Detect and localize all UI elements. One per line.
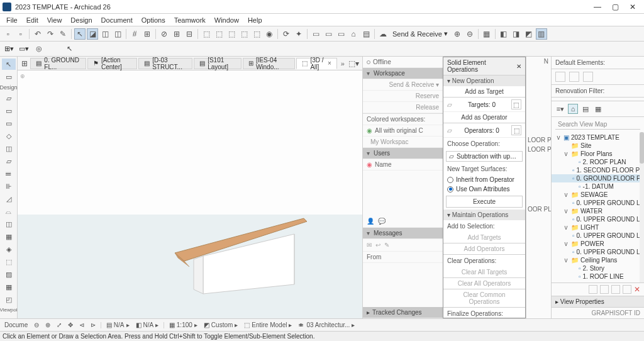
zoom-in-icon[interactable]: ⊕ xyxy=(43,321,52,328)
open-icon[interactable]: ▫ xyxy=(15,28,26,40)
all-original-colors[interactable]: ◉All with original C xyxy=(363,125,443,137)
roof-tool[interactable]: ◿ xyxy=(2,193,16,204)
door-tool[interactable]: ▭ xyxy=(2,105,16,116)
tree-item[interactable]: ▫1. SECOND FLOOR PL xyxy=(552,166,644,174)
menu-edit[interactable]: Edit xyxy=(23,15,42,25)
menu-design[interactable]: Design xyxy=(67,15,96,25)
tab-grid-icon[interactable]: ⊞ xyxy=(20,58,29,69)
ruler-icon[interactable]: ⊞ xyxy=(142,28,153,40)
chat-icon[interactable]: 💬 xyxy=(378,218,386,225)
maximize-button[interactable]: ▢ xyxy=(606,1,624,13)
clear-common-button[interactable]: Clear Common Operations xyxy=(443,289,525,308)
operators-badge-icon[interactable]: ⬚ xyxy=(511,125,521,135)
operation-dropdown[interactable]: ▱ Subtraction with upward ex... xyxy=(446,151,523,162)
home-icon[interactable]: ⌂ xyxy=(348,28,359,40)
tree-item[interactable]: v📁Ceiling Plans xyxy=(552,256,644,264)
messages-header[interactable]: ▾Messages xyxy=(363,228,443,239)
nav-settings-icon[interactable] xyxy=(589,285,597,294)
sb-na2[interactable]: ◧N/A▸ xyxy=(134,321,161,328)
publish-icon[interactable]: ▤ xyxy=(360,28,372,40)
sb-custom[interactable]: ◩Custom▸ xyxy=(202,321,240,328)
close-button[interactable]: ✕ xyxy=(624,1,641,13)
worksheet-icon[interactable]: ⬚ xyxy=(251,28,262,40)
seo-close-icon[interactable]: ✕ xyxy=(516,63,521,70)
menu-window[interactable]: Window xyxy=(211,15,243,25)
mesh-tool[interactable]: ▦ xyxy=(2,281,16,293)
add-as-target-button[interactable]: Add as Target xyxy=(443,86,525,98)
seo-new-operation-header[interactable]: ▾ New Operation xyxy=(443,75,525,86)
release-button[interactable]: Release xyxy=(363,102,443,113)
tab-s101-layout[interactable]: ▤[S101 Layout] xyxy=(194,58,242,69)
trace3-icon[interactable]: ▭ xyxy=(335,28,347,40)
my-workspace-button[interactable]: My Workspac xyxy=(363,137,443,148)
menu-options[interactable]: Options xyxy=(138,15,169,25)
user-icon[interactable]: 👤 xyxy=(367,218,374,225)
send-receive-button[interactable]: Send & Receive ▾ xyxy=(363,79,443,91)
navigator-search-input[interactable]: Search View Map xyxy=(555,120,640,130)
menu-teamwork[interactable]: Teamwork xyxy=(170,15,209,25)
organizer-icon[interactable]: ◩ xyxy=(523,28,535,40)
nav-folder-icon[interactable] xyxy=(623,285,631,294)
tree-root[interactable]: v▣2023 TEMPLATE xyxy=(552,133,644,142)
shell-tool[interactable]: ⌓ xyxy=(2,206,16,217)
inbox-icon[interactable]: ✉ xyxy=(367,242,372,249)
morph-tool[interactable]: ◈ xyxy=(2,243,16,255)
slab-tool[interactable]: ▱ xyxy=(2,155,16,167)
default-el-1-icon[interactable] xyxy=(555,72,565,82)
sb-entire-model[interactable]: ⬚Entire Model▸ xyxy=(242,321,294,328)
tab-ies04[interactable]: ⊞[IES-04 Windo... xyxy=(243,58,296,69)
menu-help[interactable]: Help xyxy=(244,15,266,25)
reserve-button[interactable]: Reserve xyxy=(363,91,443,102)
release-tb-icon[interactable]: ⊖ xyxy=(464,28,475,40)
send-receive-dropdown[interactable]: Send & Receive ▾ xyxy=(390,28,450,40)
layout-book-icon[interactable]: ▦ xyxy=(593,104,603,114)
story-item-1[interactable]: LOOR P xyxy=(526,145,551,154)
story-item-0[interactable]: LOOR PL xyxy=(526,135,551,145)
railing-tool[interactable]: ⊪ xyxy=(2,181,16,192)
reply-icon[interactable]: ↩ xyxy=(375,242,380,249)
add-as-operator-button[interactable]: Add as Operator xyxy=(443,112,525,123)
arrow-tool-icon[interactable]: ↖ xyxy=(63,43,75,55)
navigator-icon[interactable]: ◨ xyxy=(511,28,522,40)
beam-tool[interactable]: ◫ xyxy=(2,143,16,154)
tree-item[interactable]: ▫0. UPPER GROUND LE xyxy=(552,248,644,256)
tree-scrollbar[interactable] xyxy=(640,132,644,282)
nav-delete-icon[interactable]: ✕ xyxy=(634,285,640,294)
curtainwall-tool[interactable]: ▦ xyxy=(2,231,16,242)
suspend-icon[interactable]: ⊘ xyxy=(158,28,170,40)
nav-icon[interactable]: ✦ xyxy=(293,28,304,40)
view-properties-header[interactable]: ▸ View Properties xyxy=(552,296,644,307)
measure-icon[interactable]: ⟳ xyxy=(280,28,292,40)
add-operators-button[interactable]: Add Operators xyxy=(443,243,525,255)
arrow-tool[interactable]: ↖ xyxy=(2,59,16,70)
tree-item[interactable]: ▫2. Story xyxy=(552,264,644,272)
arrow-icon[interactable]: ↖ xyxy=(74,28,86,40)
skylight-tool[interactable]: ◫ xyxy=(2,218,16,230)
section-icon[interactable]: ⬚ xyxy=(213,28,225,40)
inherit-from-operator-radio[interactable]: Inherit from Operator xyxy=(443,175,525,184)
tree-item[interactable]: v📁SEWAGE xyxy=(552,191,644,199)
default-el-2-icon[interactable] xyxy=(569,72,579,82)
object-tool[interactable]: ⬚ xyxy=(2,256,16,267)
clear-all-operators-button[interactable]: Clear All Operators xyxy=(443,278,525,289)
users-header[interactable]: ▾Users xyxy=(363,148,443,159)
zone-tool[interactable]: ▨ xyxy=(2,269,16,280)
tree-item[interactable]: 📁Site xyxy=(552,142,644,150)
detail-icon[interactable]: ⬚ xyxy=(238,28,250,40)
stair-tool[interactable]: ⩸ xyxy=(2,168,16,179)
trace2-icon[interactable]: ▭ xyxy=(323,28,334,40)
window-tool[interactable]: ▭ xyxy=(2,118,16,129)
reserve-tb-icon[interactable]: ⊕ xyxy=(452,28,463,40)
favorites-icon[interactable]: ◧ xyxy=(498,28,509,40)
use-own-attributes-radio[interactable]: Use Own Attributes xyxy=(443,184,525,194)
prev-view-icon[interactable]: ⊲ xyxy=(77,321,86,328)
tree-item[interactable]: v📁WATER xyxy=(552,207,644,215)
nav-clone-icon[interactable] xyxy=(611,285,620,294)
tree-item[interactable]: v📁POWER xyxy=(552,240,644,248)
next-view-icon[interactable]: ⊳ xyxy=(89,321,97,328)
workspace-header[interactable]: ▾Workspace xyxy=(363,68,443,79)
tab-overflow-button[interactable]: » xyxy=(338,60,347,67)
minimize-button[interactable]: — xyxy=(589,1,606,13)
project-map-icon[interactable]: ⌂ xyxy=(568,104,578,114)
sb-scale[interactable]: ▦1:100▸ xyxy=(167,321,199,328)
